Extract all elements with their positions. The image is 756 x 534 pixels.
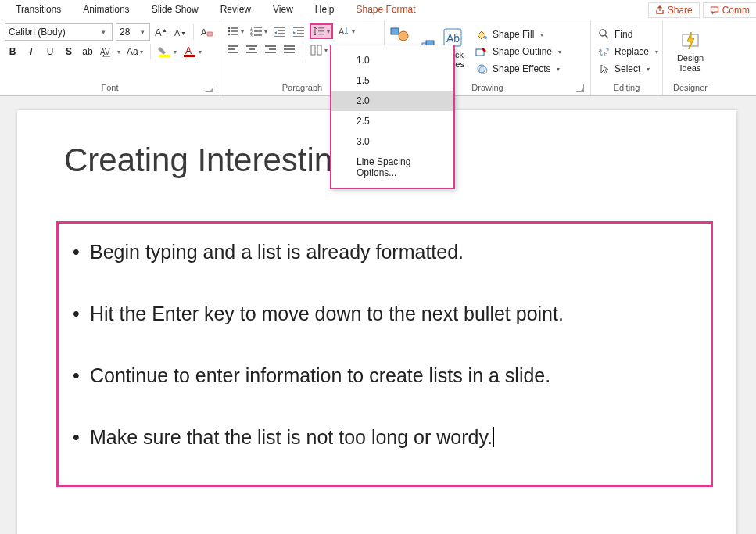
svg-rect-29: [293, 36, 304, 37]
font-size-input[interactable]: [116, 27, 137, 38]
select-button[interactable]: Select▾: [596, 61, 657, 77]
comments-button[interactable]: Comm: [703, 2, 756, 18]
svg-rect-15: [231, 34, 238, 35]
comment-icon: [710, 5, 719, 15]
font-name-combo[interactable]: ▾: [5, 23, 113, 41]
align-justify-button[interactable]: [281, 42, 297, 58]
change-case-button[interactable]: Aa▾: [125, 44, 145, 59]
svg-rect-37: [246, 45, 257, 47]
clear-formatting-button[interactable]: A: [199, 24, 215, 40]
text-direction-button[interactable]: A▾: [336, 23, 357, 39]
numbering-button[interactable]: 123▾: [249, 23, 269, 39]
bullets-icon: [227, 26, 239, 37]
svg-text:A: A: [201, 27, 207, 37]
list-item[interactable]: Continue to enter information to create …: [73, 364, 697, 387]
font-color-icon: A: [183, 45, 197, 58]
tab-transitions[interactable]: Transitions: [14, 1, 63, 20]
chevron-down-icon: ▾: [98, 28, 109, 36]
tab-review[interactable]: Review: [219, 1, 253, 20]
line-spacing-option-1-5[interactable]: 1.5: [331, 70, 453, 91]
highlight-color-button[interactable]: ▾: [156, 44, 178, 59]
shape-outline-button[interactable]: Shape Outline▾: [472, 44, 564, 59]
tab-help[interactable]: Help: [314, 1, 336, 20]
outdent-icon: [274, 26, 286, 37]
dialog-launcher-icon[interactable]: [206, 84, 213, 92]
font-color-button[interactable]: A▾: [181, 44, 203, 59]
bold-button[interactable]: B: [5, 44, 20, 59]
shape-fill-button[interactable]: Shape Fill▾: [472, 27, 564, 42]
line-spacing-menu: 1.0 1.5 2.0 2.5 3.0 Line Spacing Options…: [330, 45, 455, 189]
share-button[interactable]: Share: [648, 2, 700, 18]
svg-rect-47: [317, 45, 321, 55]
dialog-launcher-icon[interactable]: [576, 84, 584, 92]
svg-rect-36: [228, 52, 238, 53]
design-ideas-button[interactable]: Design Ideas: [668, 23, 713, 80]
svg-text:a: a: [599, 48, 602, 53]
line-spacing-option-2-5[interactable]: 2.5: [331, 111, 453, 131]
tab-slide-show[interactable]: Slide Show: [150, 1, 200, 20]
svg-point-58: [600, 30, 606, 36]
svg-rect-35: [228, 48, 235, 50]
shrink-font-button[interactable]: A▼: [172, 24, 188, 40]
grow-font-icon: A▲: [155, 26, 167, 38]
group-designer: Design Ideas Designer: [663, 20, 718, 95]
align-center-button[interactable]: [244, 42, 260, 58]
svg-text:b: b: [604, 52, 607, 57]
shadow-button[interactable]: S: [61, 44, 77, 59]
underline-button[interactable]: U: [42, 44, 58, 59]
svg-point-54: [484, 36, 487, 39]
group-label-designer: Designer: [668, 81, 713, 95]
align-left-button[interactable]: [225, 42, 241, 58]
font-size-combo[interactable]: ▾: [116, 23, 150, 41]
content-placeholder[interactable]: Begin typing and a list is already forma…: [56, 221, 713, 487]
shape-effects-button[interactable]: Shape Effects▾: [472, 61, 564, 77]
svg-rect-46: [311, 45, 315, 55]
svg-rect-23: [278, 30, 285, 31]
shrink-font-icon: A▼: [174, 26, 186, 38]
character-spacing-button[interactable]: AV▾: [99, 44, 122, 59]
svg-rect-5: [207, 32, 213, 36]
group-editing: Find ab Replace▾ Select▾ Editing: [591, 20, 663, 95]
svg-rect-39: [246, 52, 257, 53]
search-icon: [599, 29, 610, 40]
bullet-list[interactable]: Begin typing and a list is already forma…: [73, 241, 697, 449]
svg-rect-30: [318, 27, 324, 29]
svg-text:▼: ▼: [181, 30, 186, 36]
line-spacing-button[interactable]: ▾: [310, 23, 333, 39]
tab-shape-format[interactable]: Shape Format: [355, 1, 417, 20]
line-spacing-option-3-0[interactable]: 3.0: [331, 131, 453, 152]
align-left-icon: [228, 45, 238, 55]
svg-rect-27: [297, 30, 304, 31]
svg-rect-38: [249, 48, 255, 50]
svg-point-56: [478, 65, 485, 73]
slide-title[interactable]: Creating Interesting: [64, 142, 351, 179]
line-spacing-option-2-0[interactable]: 2.0: [331, 91, 453, 111]
font-name-input[interactable]: [5, 27, 98, 38]
replace-button[interactable]: ab Replace▾: [596, 44, 657, 59]
lightning-slide-icon: [680, 30, 700, 51]
svg-rect-11: [231, 27, 238, 29]
list-item[interactable]: Make sure that the list is not too long …: [73, 426, 697, 449]
svg-rect-25: [274, 36, 285, 37]
align-right-button[interactable]: [263, 42, 278, 58]
bullets-button[interactable]: ▾: [225, 23, 245, 39]
svg-rect-40: [265, 45, 276, 47]
columns-button[interactable]: ▾: [309, 42, 329, 58]
strikethrough-button[interactable]: ab: [80, 44, 95, 59]
svg-rect-24: [278, 33, 285, 34]
tab-animations[interactable]: Animations: [81, 1, 131, 20]
grow-font-button[interactable]: A▲: [153, 24, 169, 40]
italic-button[interactable]: I: [23, 44, 39, 59]
char-spacing-icon: AV: [100, 46, 116, 57]
list-item[interactable]: Hit the Enter key to move down to the ne…: [73, 303, 697, 325]
increase-indent-button[interactable]: [291, 23, 306, 39]
decrease-indent-button[interactable]: [272, 23, 288, 39]
line-spacing-option-1-0[interactable]: 1.0: [331, 50, 453, 70]
tab-view[interactable]: View: [271, 1, 295, 20]
list-item[interactable]: Begin typing and a list is already forma…: [73, 241, 697, 263]
line-spacing-icon: [313, 26, 325, 37]
line-spacing-options[interactable]: Line Spacing Options...: [331, 152, 453, 183]
find-button[interactable]: Find: [596, 27, 657, 42]
tab-bar: Transitions Animations Slide Show Review…: [0, 0, 756, 20]
pencil-outline-icon: [475, 46, 488, 57]
